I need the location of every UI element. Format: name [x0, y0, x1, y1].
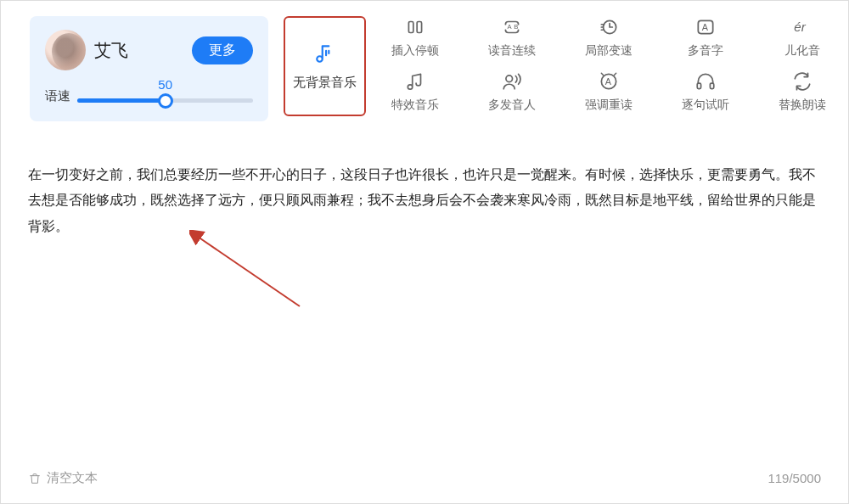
speed-value: 50 [158, 77, 172, 92]
headphone-icon [694, 70, 717, 92]
tool-local-speed[interactable]: 局部变速 [580, 16, 638, 59]
voice-header: 艾飞 更多 [45, 30, 253, 70]
sfx-icon [404, 70, 426, 92]
svg-text:A: A [508, 23, 513, 31]
tool-sfx-music[interactable]: 特效音乐 [386, 70, 444, 113]
tool-insert-pause[interactable]: 插入停顿 [386, 16, 444, 59]
tool-polyphone[interactable]: A 多音字 [677, 16, 734, 59]
svg-rect-12 [710, 83, 713, 89]
svg-rect-11 [697, 83, 700, 89]
tool-label: 局部变速 [585, 43, 633, 59]
bgm-card[interactable]: 无背景音乐 [284, 16, 366, 116]
tools-grid: 插入停顿 AB 读音连续 局部变速 A 多音字 [386, 16, 848, 113]
tool-label: 读音连续 [488, 43, 536, 59]
voice-name: 艾飞 [94, 39, 183, 62]
tool-label: 多发音人 [488, 98, 536, 113]
replace-icon [791, 70, 813, 92]
avatar[interactable] [45, 30, 86, 70]
tool-label: 强调重读 [585, 98, 633, 113]
svg-text:ér: ér [794, 20, 806, 34]
more-button[interactable]: 更多 [192, 36, 253, 64]
tool-sentence-preview[interactable]: 逐句试听 [677, 70, 734, 113]
tool-continuous-reading[interactable]: AB 读音连续 [483, 16, 541, 59]
text-content[interactable]: 在一切变好之前，我们总要经历一些不开心的日子，这段日子也许很长，也许只是一觉醒来… [28, 162, 821, 239]
annotation-arrow-icon [189, 230, 308, 311]
tool-emphasis[interactable]: A 强调重读 [580, 70, 638, 113]
tool-label: 逐句试听 [682, 98, 729, 113]
emphasis-icon: A [598, 70, 620, 92]
svg-rect-0 [408, 22, 413, 33]
music-note-icon [314, 42, 336, 64]
svg-line-13 [198, 237, 300, 306]
pause-icon [404, 16, 426, 38]
polyphone-icon: A [694, 16, 717, 38]
slider-fill [77, 98, 166, 103]
slider-thumb[interactable] [158, 93, 173, 109]
char-count: 119/5000 [767, 471, 821, 485]
svg-point-8 [506, 76, 513, 82]
tool-label: 插入停顿 [391, 43, 439, 59]
link-icon: AB [501, 16, 523, 38]
tool-replace-read[interactable]: 替换朗读 [773, 70, 831, 113]
tool-label: 特效音乐 [391, 98, 439, 113]
speed-slider[interactable]: 50 [77, 84, 253, 108]
speed-label: 语速 [45, 88, 70, 104]
speed-row: 语速 50 [45, 84, 253, 108]
clear-text-button[interactable]: 清空文本 [28, 470, 98, 486]
tools-row-2: 特效音乐 多发音人 A 强调重读 逐句试听 [386, 70, 831, 113]
tool-label: 多音字 [688, 43, 723, 59]
erhua-icon: ér [791, 16, 813, 38]
bgm-label: 无背景音乐 [293, 75, 357, 91]
tool-label: 替换朗读 [779, 98, 826, 113]
clear-label: 清空文本 [47, 470, 98, 486]
svg-text:A: A [605, 76, 612, 87]
voice-card: 艾飞 更多 语速 50 [30, 16, 268, 121]
tool-multi-voice[interactable]: 多发音人 [483, 70, 541, 113]
trash-icon [28, 472, 42, 485]
tool-label: 儿化音 [784, 43, 820, 59]
svg-text:B: B [514, 23, 518, 31]
svg-rect-1 [417, 22, 421, 33]
multi-voice-icon [501, 70, 523, 92]
tools-row-1: 插入停顿 AB 读音连续 局部变速 A 多音字 [386, 16, 831, 59]
svg-text:A: A [702, 22, 709, 32]
footer: 清空文本 119/5000 [28, 470, 821, 486]
tool-erhua[interactable]: ér 儿化音 [773, 16, 831, 59]
top-bar: 艾飞 更多 语速 50 无背景音乐 插入停顿 [1, 1, 848, 121]
speed-icon [598, 16, 620, 38]
